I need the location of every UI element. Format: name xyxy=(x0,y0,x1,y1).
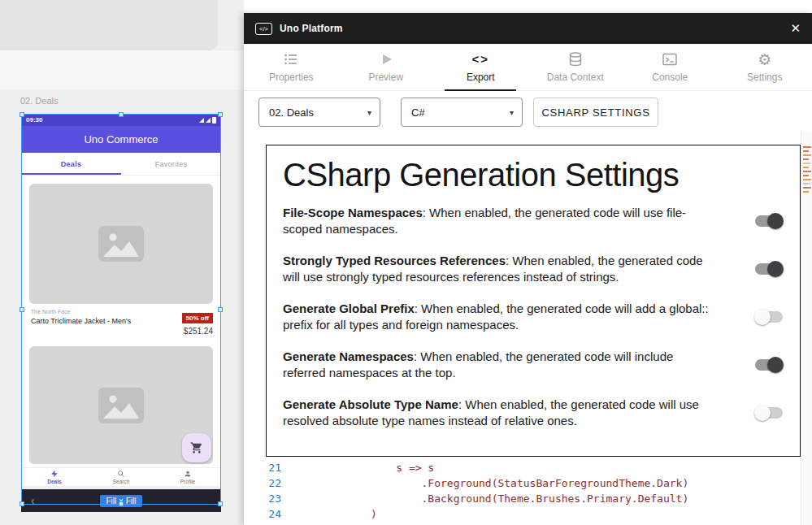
line-number: 21 xyxy=(244,460,294,475)
line-number: 24 xyxy=(244,506,294,522)
phone-navigation-bar: ‹ Fill × Fill xyxy=(21,489,221,512)
csharp-settings-button[interactable]: CSHARP SETTINGS xyxy=(533,98,658,127)
tab-export[interactable]: <> Export xyxy=(433,44,528,90)
setting-label: Strongly Typed Resources References xyxy=(283,254,506,267)
gear-icon: ⚙ xyxy=(758,51,771,67)
artboard-label[interactable]: 02. Deals xyxy=(20,96,58,106)
page-select[interactable]: 02. Deals ▾ xyxy=(258,98,380,127)
setting-row: Generate Namespaces: When enabled, the g… xyxy=(283,349,784,381)
setting-label: Generate Namespaces xyxy=(283,349,414,363)
tab-label: Console xyxy=(652,72,688,83)
toggle-file-scope-namespaces[interactable] xyxy=(754,213,784,229)
phone-app-bar: Uno Commerce xyxy=(21,126,221,153)
cart-fab-button[interactable] xyxy=(182,433,211,462)
toggle-generate-absolute-type-name[interactable] xyxy=(754,405,784,421)
setting-text: Generate Namespaces: When enabled, the g… xyxy=(283,349,754,381)
toggle-strongly-typed-resources[interactable] xyxy=(754,261,784,277)
database-icon xyxy=(567,51,584,67)
product-pricing: 50% off $251.24 xyxy=(182,309,213,343)
layout-size-badge[interactable]: Fill × Fill xyxy=(100,495,143,507)
search-icon xyxy=(117,470,125,478)
code-line: 21 s => s xyxy=(244,460,780,475)
terminal-icon xyxy=(662,51,678,67)
product-price: $251.24 xyxy=(182,327,213,336)
phone-status-bar: 09:30 xyxy=(21,114,221,126)
adjacent-artboard xyxy=(0,0,218,50)
nav-item-profile[interactable]: Profile xyxy=(154,468,221,486)
uno-platform-window: </> Uno Platform ✕ Properties Preview xyxy=(244,13,812,525)
phone-content: The North Face Carto Triclimate Jacket -… xyxy=(21,176,221,467)
wifi-icon xyxy=(199,118,204,123)
list-icon xyxy=(283,51,299,67)
tab-label: Preview xyxy=(368,72,403,83)
setting-text: Generate Global Prefix: When enabled, th… xyxy=(283,301,754,333)
toggle-thumb xyxy=(767,261,784,277)
code-text: .Foreground(StatusBarForegroundTheme.Dar… xyxy=(294,475,688,491)
discount-badge: 50% off xyxy=(182,313,213,323)
window-header: </> Uno Platform ✕ xyxy=(244,13,812,44)
tab-properties[interactable]: Properties xyxy=(244,44,339,90)
code-text: s => s xyxy=(294,460,434,475)
phone-artboard[interactable]: 09:30 Uno Commerce Deals Favorites xyxy=(21,114,221,512)
nav-label: Search xyxy=(113,479,130,484)
setting-row: Generate Absolute Type Name: When enable… xyxy=(283,397,784,429)
code-line: 23 .Background(Theme.Brushes.Primary.Def… xyxy=(244,491,780,506)
phone-screen[interactable]: 09:30 Uno Commerce Deals Favorites xyxy=(21,114,221,486)
phone-tab-favorites[interactable]: Favorites xyxy=(121,153,221,175)
toggle-generate-global-prefix[interactable] xyxy=(754,309,784,325)
setting-row: Strongly Typed Resources References: Whe… xyxy=(283,253,784,285)
line-number: 23 xyxy=(244,491,294,506)
language-select[interactable]: C# ▾ xyxy=(401,98,523,127)
editor-minimap[interactable] xyxy=(801,132,812,525)
code-line: 22 .Foreground(StatusBarForegroundTheme.… xyxy=(244,475,780,491)
setting-row: File-Scope Namespaces: When enabled, the… xyxy=(283,205,784,237)
tab-console[interactable]: Console xyxy=(623,44,718,90)
setting-label: File-Scope Namespaces xyxy=(283,206,423,219)
window-title: Uno Platform xyxy=(280,23,343,34)
code-line: 24 ) xyxy=(244,506,780,522)
tab-label: Settings xyxy=(747,72,782,83)
phone-tab-indicator xyxy=(21,173,121,175)
line-number: 25 xyxy=(244,522,294,525)
dialog-title: CSharp Generation Settings xyxy=(283,157,784,193)
window-tab-bar: Properties Preview <> Export Data Contex… xyxy=(244,44,812,91)
setting-label: Generate Global Prefix xyxy=(283,302,415,315)
product-info: The North Face Carto Triclimate Jacket -… xyxy=(21,304,221,343)
product-name: Carto Triclimate Jacket - Men's xyxy=(31,317,131,325)
back-chevron-icon[interactable]: ‹ xyxy=(31,495,35,506)
close-icon[interactable]: ✕ xyxy=(790,21,801,36)
phone-app-title: Uno Commerce xyxy=(84,133,158,145)
csharp-settings-dialog: CSharp Generation Settings File-Scope Na… xyxy=(266,145,801,457)
nav-item-deals[interactable]: Deals xyxy=(21,468,88,486)
code-text: .Background(Theme.Brushes.Primary.Defaul… xyxy=(294,491,688,506)
nav-item-search[interactable]: Search xyxy=(88,468,154,486)
product-brand: The North Face xyxy=(31,309,131,315)
setting-text: Strongly Typed Resources References: Whe… xyxy=(283,253,754,285)
product-card[interactable] xyxy=(29,184,213,304)
code-text: ) xyxy=(294,506,377,522)
toggle-generate-namespaces[interactable] xyxy=(754,357,784,373)
toggle-thumb xyxy=(754,405,771,421)
toggle-thumb xyxy=(754,309,771,325)
setting-row: Generate Global Prefix: When enabled, th… xyxy=(283,301,784,333)
tab-preview[interactable]: Preview xyxy=(339,44,434,90)
chevron-down-icon: ▾ xyxy=(510,108,514,117)
screen: 02. Deals 09:30 Uno Commerce Deals Fav xyxy=(0,0,812,525)
bolt-icon xyxy=(50,470,59,478)
code-brackets-icon: <> xyxy=(471,51,489,67)
design-canvas[interactable]: 02. Deals 09:30 Uno Commerce Deals Fav xyxy=(0,0,244,525)
signal-icon xyxy=(206,118,211,123)
phone-tab-deals[interactable]: Deals xyxy=(21,153,121,175)
nav-label: Profile xyxy=(180,479,195,484)
tab-label: Data Context xyxy=(547,72,604,83)
tab-settings[interactable]: ⚙ Settings xyxy=(718,44,812,90)
setting-text: File-Scope Namespaces: When enabled, the… xyxy=(283,205,754,237)
product-text: The North Face Carto Triclimate Jacket -… xyxy=(31,309,131,343)
language-select-value: C# xyxy=(411,106,425,119)
tab-data-context[interactable]: Data Context xyxy=(528,44,623,90)
nav-label: Deals xyxy=(47,479,61,484)
status-time: 09:30 xyxy=(26,116,42,124)
setting-label: Generate Absolute Type Name xyxy=(283,397,458,411)
code-editor[interactable]: 21 s => s 22 .Foreground(StatusBarForegr… xyxy=(244,460,780,525)
chevron-down-icon: ▾ xyxy=(367,108,371,117)
